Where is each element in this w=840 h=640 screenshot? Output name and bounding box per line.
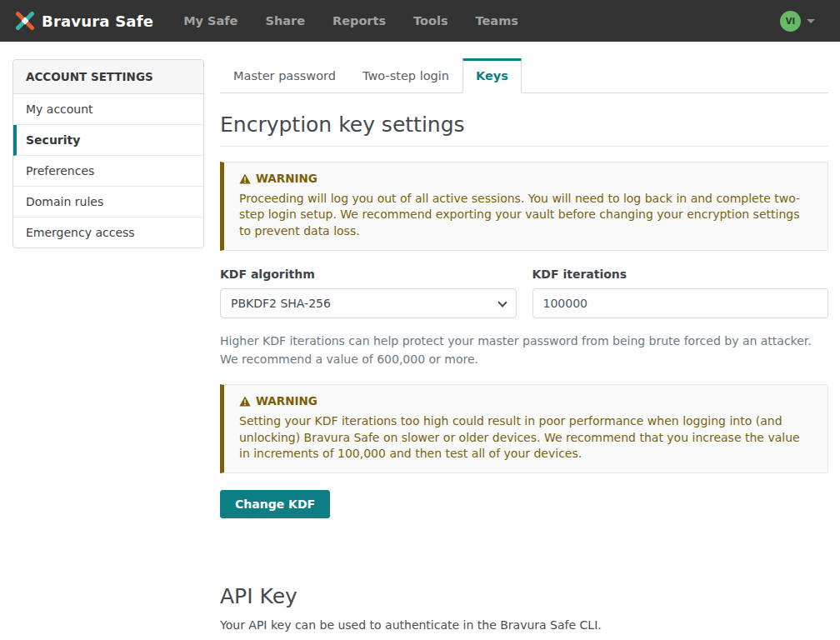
- warning-body: Proceeding will log you out of all activ…: [239, 191, 812, 239]
- kdf-form-row: KDF algorithm PBKDF2 SHA-256 KDF iterati…: [220, 268, 828, 318]
- tab-keys[interactable]: Keys: [462, 58, 522, 93]
- kdf-algorithm-select[interactable]: PBKDF2 SHA-256: [220, 288, 517, 318]
- warning-title-text: WARNING: [256, 394, 318, 408]
- kdf-algorithm-label: KDF algorithm: [220, 268, 517, 281]
- nav-item-share[interactable]: Share: [265, 14, 305, 28]
- security-tabs: Master password Two-step login Keys: [220, 58, 828, 93]
- sidebar-item-domain-rules[interactable]: Domain rules: [13, 187, 203, 218]
- account-menu[interactable]: VI: [780, 11, 815, 32]
- warning-title-text: WARNING: [256, 172, 318, 185]
- warning-title: WARNING: [239, 394, 812, 408]
- nav-item-tools[interactable]: Tools: [413, 14, 448, 28]
- sidebar-item-my-account[interactable]: My account: [13, 94, 203, 125]
- nav-item-reports[interactable]: Reports: [332, 14, 386, 28]
- warning-title: WARNING: [239, 172, 812, 185]
- main-content: Master password Two-step login Keys Encr…: [220, 59, 828, 640]
- kdf-help-text: Higher KDF iterations can help protect y…: [220, 332, 828, 368]
- chevron-down-icon: [807, 19, 815, 23]
- sidebar-header: ACCOUNT SETTINGS: [13, 60, 203, 94]
- heading-divider: [220, 146, 828, 147]
- api-key-section: API Key Your API key can be used to auth…: [220, 584, 828, 640]
- warning-body: Setting your KDF iterations too high cou…: [239, 413, 812, 462]
- kdf-iterations-input[interactable]: [532, 288, 829, 318]
- change-kdf-button[interactable]: Change KDF: [220, 490, 330, 518]
- top-navbar: Bravura Safe My Safe Share Reports Tools…: [0, 0, 840, 42]
- sidebar-item-security[interactable]: Security: [13, 125, 203, 156]
- nav-links: My Safe Share Reports Tools Teams: [183, 14, 518, 28]
- warning-triangle-icon: [239, 396, 251, 407]
- tab-two-step-login[interactable]: Two-step login: [349, 58, 462, 93]
- nav-item-my-safe[interactable]: My Safe: [183, 14, 238, 28]
- brand-logo[interactable]: Bravura Safe: [15, 11, 153, 31]
- avatar[interactable]: VI: [780, 11, 801, 32]
- sidebar-item-preferences[interactable]: Preferences: [13, 156, 203, 187]
- api-key-description: Your API key can be used to authenticate…: [220, 618, 828, 632]
- nav-item-teams[interactable]: Teams: [476, 14, 518, 28]
- page-title: Encryption key settings: [220, 112, 828, 137]
- warning-callout-performance: WARNING Setting your KDF iterations too …: [220, 384, 828, 473]
- account-settings-sidebar: ACCOUNT SETTINGS My account Security Pre…: [12, 59, 204, 248]
- kdf-iterations-label: KDF iterations: [532, 268, 829, 281]
- sidebar-item-emergency-access[interactable]: Emergency access: [13, 218, 203, 248]
- bravura-pinwheel-icon: [15, 11, 35, 31]
- api-key-title: API Key: [220, 584, 828, 608]
- kdf-algorithm-field: KDF algorithm PBKDF2 SHA-256: [220, 268, 517, 318]
- page-body: ACCOUNT SETTINGS My account Security Pre…: [0, 42, 840, 640]
- brand-name: Bravura Safe: [42, 12, 153, 30]
- kdf-iterations-field: KDF iterations: [532, 268, 829, 318]
- tab-master-password[interactable]: Master password: [220, 58, 349, 93]
- warning-triangle-icon: [239, 173, 251, 184]
- warning-callout-sessions: WARNING Proceeding will log you out of a…: [220, 162, 828, 251]
